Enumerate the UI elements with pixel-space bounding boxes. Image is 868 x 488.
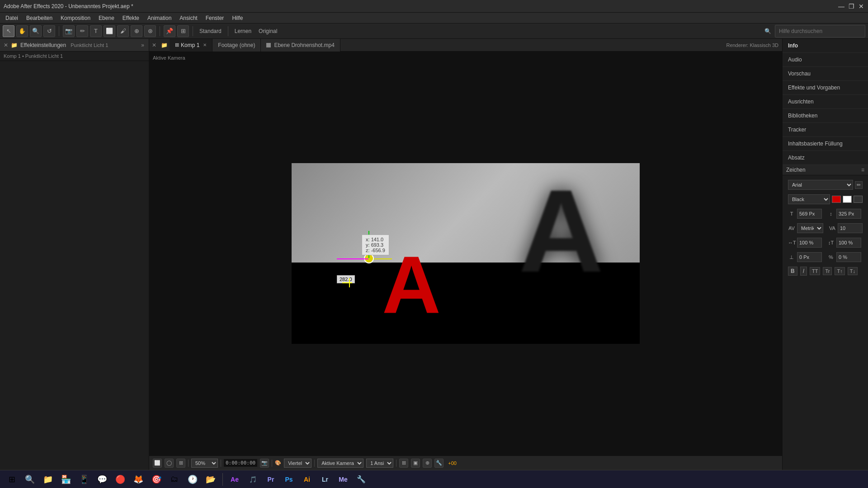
h-scale-input[interactable] xyxy=(797,238,822,248)
vp-sep2 xyxy=(221,460,221,467)
pin-tool[interactable]: 📌 xyxy=(164,25,175,37)
panel-item-bibliotheken[interactable]: Bibliotheken xyxy=(783,109,868,123)
camera-select[interactable]: Aktive Kamera xyxy=(317,459,363,468)
panel-item-absatz[interactable]: Absatz xyxy=(783,151,868,165)
menu-hilfe[interactable]: Hilfe xyxy=(228,14,246,22)
rotation-tool[interactable]: ↺ xyxy=(43,25,55,37)
taskbar-game[interactable]: 🎯 xyxy=(148,471,165,488)
quality-select[interactable]: Viertel xyxy=(284,459,311,468)
expand-icon[interactable]: » xyxy=(140,41,145,49)
vp-circle-btn[interactable]: ◯ xyxy=(165,459,174,468)
pen-tool[interactable]: ✏ xyxy=(76,25,88,37)
tab-komp1-close[interactable]: ✕ xyxy=(203,42,207,47)
sub-btn[interactable]: T↓ xyxy=(848,267,858,275)
taskbar-lightroom[interactable]: Lr xyxy=(317,471,333,488)
titlebar-title: Adobe After Effects 2020 - Unbenanntes P… xyxy=(4,3,133,9)
panel-item-ausrichten[interactable]: Ausrichten xyxy=(783,95,868,109)
tab-drohnenshot[interactable]: Ebene Drohnenshot.mp4 xyxy=(261,39,340,52)
menu-datei[interactable]: Datei xyxy=(2,14,22,22)
panel-item-audio[interactable]: Audio xyxy=(783,53,868,67)
view-select[interactable]: 1 Ansi... xyxy=(366,459,393,468)
text-tool[interactable]: T xyxy=(90,25,102,37)
fill-color-swatch[interactable] xyxy=(832,196,841,203)
panel-item-info[interactable]: Info xyxy=(783,39,868,53)
menu-effekte[interactable]: Effekte xyxy=(119,14,143,22)
taskbar-firefox[interactable]: 🦊 xyxy=(130,471,146,488)
taskbar-folder[interactable]: 📂 xyxy=(203,471,219,488)
taskbar-extra[interactable]: 🔧 xyxy=(353,471,369,488)
vp-grid-btn[interactable]: ⊞ xyxy=(176,459,185,468)
taskbar-photos[interactable]: 📱 xyxy=(76,471,92,488)
learn-label[interactable]: Lernen xyxy=(232,28,254,34)
camera-tool[interactable]: 📷 xyxy=(63,25,75,37)
clone-tool[interactable]: ⊕ xyxy=(131,25,142,37)
taskbar-premiere[interactable]: Pr xyxy=(263,471,279,488)
super-btn[interactable]: T↑ xyxy=(835,267,844,275)
style-select[interactable]: Black xyxy=(788,194,830,204)
big-a-shadow: A xyxy=(519,172,604,290)
close-icon-comp[interactable]: ✕ xyxy=(149,42,159,48)
taskbar-malware[interactable]: 🔴 xyxy=(112,471,128,488)
minimize-button[interactable]: — xyxy=(838,3,844,9)
panel-item-inhalt[interactable]: Inhaltsbasierte Füllung xyxy=(783,137,868,151)
italic-btn[interactable]: I xyxy=(800,267,807,276)
taskbar-files[interactable]: 📁 xyxy=(40,471,56,488)
taskbar-photoshop[interactable]: Ps xyxy=(281,471,297,488)
taskbar-illustrator[interactable]: Ai xyxy=(299,471,315,488)
tab-footage[interactable]: Footage (ohne) xyxy=(212,39,261,52)
menu-ebene[interactable]: Ebene xyxy=(95,14,118,22)
close-icon[interactable]: ✕ xyxy=(4,42,8,48)
taskbar-clock[interactable]: 🕐 xyxy=(184,471,201,488)
zoom-tool[interactable]: 🔍 xyxy=(30,25,42,37)
menu-bearbeiten[interactable]: Bearbeiten xyxy=(23,14,56,22)
char-panel-menu-icon[interactable]: ≡ xyxy=(861,167,864,173)
original-label[interactable]: Original xyxy=(256,28,280,34)
panel-item-tracker[interactable]: Tracker xyxy=(783,123,868,137)
vp-btn3[interactable]: ⊕ xyxy=(423,459,432,468)
zoom-select[interactable]: 50%25%100% xyxy=(191,459,218,468)
taskbar-music[interactable]: 🎵 xyxy=(245,471,261,488)
taskbar-whatsapp[interactable]: 💬 xyxy=(94,471,110,488)
hand-tool[interactable]: ✋ xyxy=(16,25,28,37)
bg-color-swatch[interactable] xyxy=(854,196,863,203)
tsukuri-input[interactable] xyxy=(836,252,861,262)
panel-item-effekte[interactable]: Effekte und Vorgaben xyxy=(783,81,868,95)
menu-ansicht[interactable]: Ansicht xyxy=(176,14,201,22)
help-search-input[interactable] xyxy=(775,25,865,38)
kerning-select[interactable]: Metrik xyxy=(797,223,823,233)
brush-tool[interactable]: 🖌 xyxy=(117,25,129,37)
taskbar-grid[interactable]: 🗂 xyxy=(166,471,183,488)
taskbar-ae[interactable]: Ae xyxy=(226,471,243,488)
taskbar-media-encoder[interactable]: Me xyxy=(335,471,351,488)
leading-input[interactable] xyxy=(836,209,861,219)
maximize-button[interactable]: ❐ xyxy=(848,3,854,9)
menu-fenster[interactable]: Fenster xyxy=(202,14,228,22)
vp-snap-btn[interactable]: ⬜ xyxy=(153,459,162,468)
taskbar-start[interactable]: ⊞ xyxy=(4,471,20,488)
panel-item-vorschau[interactable]: Vorschau xyxy=(783,67,868,81)
font-select[interactable]: Arial xyxy=(788,180,853,190)
menu-animation[interactable]: Animation xyxy=(144,14,175,22)
tab-komp1[interactable]: ⊞ Komp 1 ✕ xyxy=(170,39,212,52)
puppet-tool[interactable]: ⊛ xyxy=(144,25,156,37)
shape-tool[interactable]: ⬜ xyxy=(104,25,115,37)
smallcaps-btn[interactable]: Tr xyxy=(823,267,832,275)
vp-btn4[interactable]: 🔧 xyxy=(434,459,443,468)
stroke-color-swatch[interactable] xyxy=(843,196,852,203)
vp-btn1[interactable]: ⊞ xyxy=(399,459,408,468)
taskbar-search[interactable]: 🔍 xyxy=(22,471,38,488)
baseline-input[interactable] xyxy=(797,252,822,262)
allcaps-btn[interactable]: TT xyxy=(810,267,820,275)
taskbar-store[interactable]: 🏪 xyxy=(58,471,74,488)
selection-tool[interactable]: ↖ xyxy=(3,25,14,37)
font-edit-btn[interactable]: ✏ xyxy=(855,181,863,189)
snapshot-btn[interactable]: 📷 xyxy=(260,459,269,468)
font-size-input[interactable] xyxy=(797,209,822,219)
track-tool[interactable]: ⊞ xyxy=(177,25,189,37)
close-button[interactable]: ✕ xyxy=(858,3,864,9)
menu-komposition[interactable]: Komposition xyxy=(57,14,94,22)
vp-btn2[interactable]: ▣ xyxy=(411,459,420,468)
bold-btn[interactable]: B xyxy=(788,267,797,276)
v-scale-input[interactable] xyxy=(836,238,861,248)
tracking-input[interactable] xyxy=(838,223,863,233)
